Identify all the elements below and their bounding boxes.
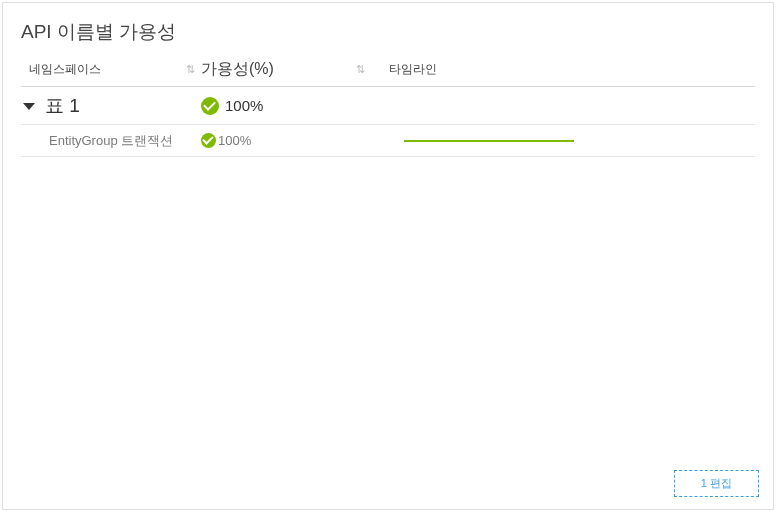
timeline-bar <box>404 140 574 142</box>
row-availability-cell: 100% <box>201 97 371 115</box>
sort-icon[interactable] <box>186 64 193 75</box>
col-header-namespace-label: 네임스페이스 <box>29 61 101 78</box>
col-header-namespace[interactable]: 네임스페이스 <box>21 61 201 78</box>
table-header-row: 네임스페이스 가용성(%) 타임라인 <box>21 59 755 87</box>
col-header-timeline-label: 타임라인 <box>389 62 437 76</box>
child-availability-cell: 100% <box>201 133 371 148</box>
caret-down-icon[interactable] <box>23 103 35 110</box>
table-row[interactable]: 표 1 100% <box>21 87 755 125</box>
child-row-label: EntityGroup 트랜잭션 <box>49 133 173 148</box>
row-namespace-cell: 표 1 <box>21 93 201 119</box>
col-header-timeline: 타임라인 <box>371 61 755 78</box>
child-namespace-cell: EntityGroup 트랜잭션 <box>21 131 201 150</box>
row-availability-value: 100% <box>225 97 263 114</box>
col-header-availability-label: 가용성(%) <box>201 59 274 80</box>
panel-title: API 이름별 가용성 <box>21 19 755 45</box>
check-icon <box>201 97 219 115</box>
child-timeline-cell <box>371 140 755 142</box>
child-availability-value: 100% <box>218 133 251 148</box>
col-header-availability[interactable]: 가용성(%) <box>201 59 371 80</box>
edit-button[interactable]: 1 편집 <box>674 470 759 497</box>
panel-container: API 이름별 가용성 네임스페이스 가용성(%) 타임라인 표 1 100% … <box>2 2 774 510</box>
check-icon <box>201 133 216 148</box>
table-row-child[interactable]: EntityGroup 트랜잭션 100% <box>21 125 755 157</box>
row-label: 표 1 <box>45 93 80 119</box>
sort-icon[interactable] <box>356 64 363 75</box>
